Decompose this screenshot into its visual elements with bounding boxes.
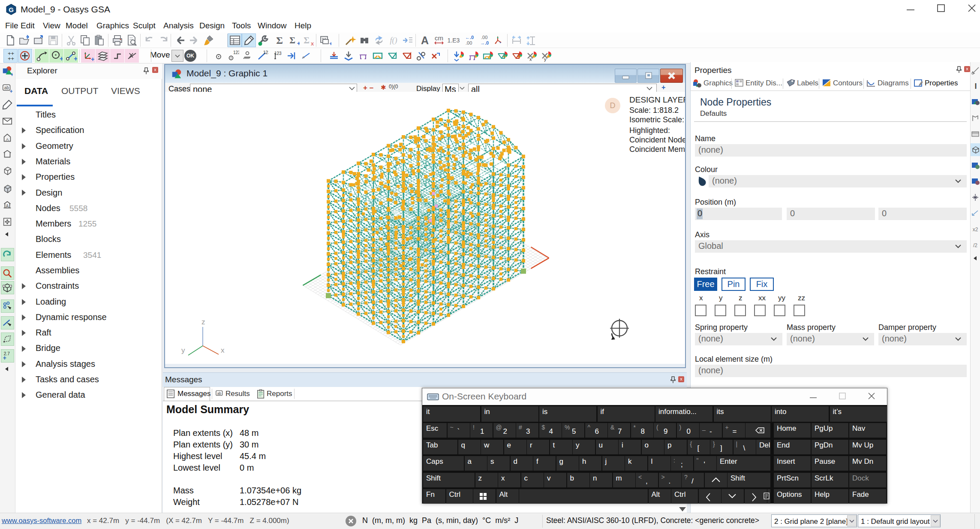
svg-text:ab: ab (4, 85, 9, 90)
svg-text:+: + (3, 354, 6, 361)
svg-text:+: + (10, 72, 13, 77)
svg-text:++: ++ (8, 55, 14, 62)
svg-text:f(): f() (390, 36, 397, 45)
svg-text:x2: x2 (973, 227, 978, 233)
svg-text:y: y (544, 57, 547, 62)
svg-text:z: z (201, 319, 205, 326)
svg-text:A: A (421, 34, 429, 46)
svg-text:+: + (10, 88, 13, 94)
svg-text:cm: cm (435, 34, 443, 42)
svg-text:→.0: →.0 (480, 40, 489, 45)
svg-text:+: + (74, 55, 77, 62)
svg-text:+: + (329, 40, 331, 46)
svg-text:+: + (297, 40, 300, 46)
svg-text:y: y (181, 346, 185, 354)
svg-text:+: + (60, 55, 63, 62)
svg-text:Σ: Σ (276, 35, 283, 46)
svg-text:.00: .00 (466, 40, 472, 45)
svg-text:I: I (974, 82, 977, 91)
svg-text:G: G (9, 6, 14, 13)
svg-text:x: x (311, 40, 314, 46)
svg-text:/2: /2 (973, 242, 977, 248)
svg-text:+: + (91, 55, 94, 62)
svg-text:123: 123 (233, 50, 239, 55)
svg-text:←.0: ←.0 (465, 35, 474, 40)
svg-text:.00: .00 (481, 35, 487, 40)
svg-text:ab: ab (217, 392, 222, 396)
svg-text:Σ: Σ (289, 35, 295, 45)
svg-text:A: A (6, 204, 9, 209)
svg-text:Σ: Σ (304, 35, 310, 45)
svg-text:x: x (529, 57, 532, 62)
svg-text:x: x (221, 346, 225, 354)
svg-text:A: A (6, 137, 9, 142)
svg-text:1.E3: 1.E3 (448, 37, 460, 44)
svg-text:123: 123 (263, 50, 268, 55)
